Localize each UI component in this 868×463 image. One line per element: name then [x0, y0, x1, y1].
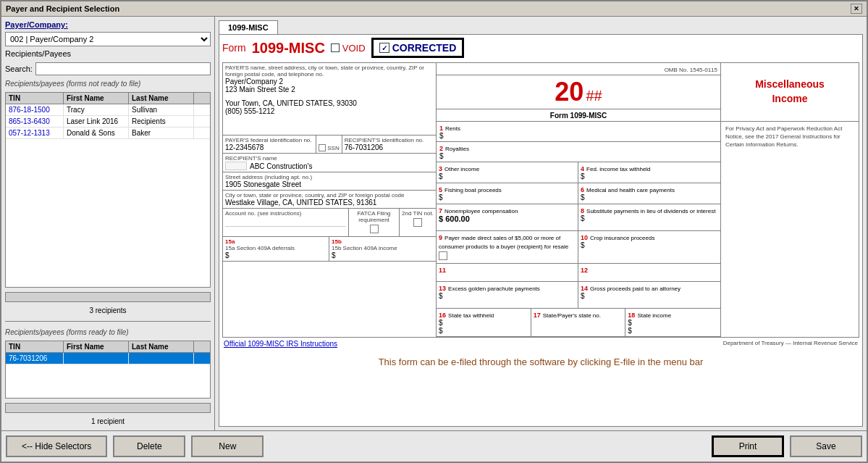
city-value: Westlake Village, CA, UNITED STATES, 913… [225, 199, 434, 207]
window-title: Payer and Recipient Selection [6, 4, 119, 13]
recipient-name-value: ABC Construction's [250, 162, 312, 170]
ready-hscroll[interactable] [5, 403, 211, 413]
void-label: VOID [342, 43, 366, 54]
box3-label: Other income [444, 166, 479, 172]
payer-city: Your Town, CA, UNITED STATES, 93030 [225, 99, 434, 107]
ssn-checkbox[interactable] [319, 144, 326, 151]
misc-income-text: MiscellaneousIncome [755, 78, 825, 106]
box5-label: Fishing boat proceeds [444, 187, 502, 193]
box13-label: Excess golden parachute payments [448, 285, 540, 292]
corrected-label: CORRECTED [392, 42, 457, 54]
lastname-cell: Recipients [129, 116, 194, 127]
s409b-num: 15b [332, 238, 434, 245]
tin-cell: 876-18-1500 [6, 104, 64, 115]
box9-checkbox[interactable] [439, 251, 447, 260]
payer-info-box: PAYER'S name, street address, city or to… [223, 63, 436, 135]
main-content: Payer/Company: 002 | Payer/Company 2 Rec… [1, 17, 867, 430]
tnd-cell: 2nd TIN not. [400, 209, 436, 236]
box3-4-row: 3 Other income $ 4 Fed. income tax withh… [437, 162, 720, 183]
box9-num: 9 [439, 234, 442, 241]
account-input[interactable] [225, 217, 346, 227]
hide-selectors-button[interactable]: <-- Hide Selectors [6, 435, 107, 457]
account-cell: Account no. (see instructions) [223, 209, 349, 236]
tax-id-row: PAYER'S federal identification no. 12-23… [223, 135, 436, 154]
fatca-label: FATCA Filing requirement [351, 210, 397, 223]
irs-link[interactable]: Official 1099-MISC IRS Instructions [224, 340, 337, 348]
box4-num: 4 [581, 165, 584, 172]
box18-num: 18 [628, 312, 635, 319]
s409b-dollar: $ [332, 251, 434, 259]
box9-10-row: 9 Payer made direct sales of $5,000 or m… [437, 231, 720, 264]
box6-dollar: $ [581, 193, 718, 201]
not-ready-hscroll[interactable] [5, 292, 211, 302]
firstname-cell: Tracy [64, 104, 129, 115]
table-row[interactable]: 876-18-1500 Tracy Sullivan [6, 104, 210, 116]
box10-num: 10 [581, 234, 588, 241]
box18-dollar2: $ [628, 327, 718, 335]
table-row[interactable]: 865-13-6430 Laser Link 2016 Recipients [6, 116, 210, 128]
search-input[interactable] [35, 62, 211, 75]
lastname-cell [129, 353, 194, 364]
firstname-cell: Donald & Sons [64, 128, 129, 138]
payer-address: 123 Main Street Ste 2 [225, 85, 434, 93]
box3-num: 3 [439, 165, 442, 172]
box18: 18 State income $ $ [625, 309, 720, 336]
form-number: 1099-MISC [252, 40, 325, 57]
box3: 3 Other income $ [437, 162, 578, 183]
tnd-checkbox[interactable] [413, 218, 422, 227]
tin-col-header: TIN [6, 93, 64, 104]
box5-6-row: 5 Fishing boat proceeds $ 6 Medical and … [437, 183, 720, 204]
title-bar-buttons: ✕ [851, 4, 862, 14]
box12: 12 [578, 264, 720, 281]
box10-label: Crop insurance proceeds [590, 235, 654, 241]
close-button[interactable]: ✕ [851, 4, 862, 14]
box7-label: Nonemployee compensation [444, 208, 518, 214]
bottom-bar: <-- Hide Selectors Delete New Print Save [1, 430, 867, 462]
box17: 17 State/Payer's state no. [531, 309, 626, 336]
corrected-checkbox[interactable] [379, 43, 389, 53]
not-ready-header: Recipients/payees (forms not ready to fi… [5, 80, 211, 88]
lastname-col-header: Last Name [129, 93, 194, 104]
form-header: Form 1099-MISC VOID CORRECTED [222, 38, 859, 58]
right-buttons: Print Save [712, 435, 862, 457]
payer-section-label: PAYER'S name, street address, city or to… [225, 64, 434, 78]
main-window: Payer and Recipient Selection ✕ Payer/Co… [0, 0, 868, 463]
save-button[interactable]: Save [790, 435, 862, 457]
box7-8-row: 7 Nonemployee compensation $ 600.00 8 Su… [437, 204, 720, 231]
box4: 4 Fed. income tax withheld $ [578, 162, 720, 183]
new-button[interactable]: New [191, 435, 264, 457]
ready-count: 1 recipient [5, 416, 211, 427]
fatca-checkbox[interactable] [370, 225, 379, 233]
s409a-num: 15a [225, 238, 326, 245]
table-row[interactable]: 057-12-1313 Donald & Sons Baker [6, 128, 210, 139]
year-hash: ## [586, 88, 602, 104]
box4-dollar: $ [581, 172, 718, 180]
section-409-row: 15a 15a Section 409A deferrals $ 15b 15b… [223, 237, 436, 262]
print-button[interactable]: Print [712, 435, 784, 457]
box8-label: Substitute payments in lieu of dividends… [586, 208, 715, 214]
void-area: VOID [331, 43, 366, 54]
box7-value: $ 600.00 [439, 214, 576, 223]
account-label: Account no. (see instructions) [225, 210, 346, 217]
box13-14-row: 13 Excess golden parachute payments $ 14… [437, 282, 720, 309]
box10: 10 Crop insurance proceeds $ [578, 231, 720, 263]
delete-button[interactable]: Delete [113, 435, 185, 457]
void-checkbox[interactable] [331, 43, 340, 52]
tnd-label: 2nd TIN not. [402, 210, 434, 217]
tin-cell: 865-13-6430 [6, 116, 64, 127]
box2-label: Royalties [445, 146, 469, 152]
box14: 14 Gross proceeds paid to an attorney $ [578, 282, 720, 308]
payer-federal-value: 12-2345678 [225, 143, 313, 151]
box7: 7 Nonemployee compensation $ 600.00 [437, 204, 578, 230]
left-buttons: <-- Hide Selectors Delete New [6, 435, 264, 457]
box4-label: Fed. income tax withheld [586, 166, 651, 172]
payer-dropdown[interactable]: 002 | Payer/Company 2 [5, 32, 211, 46]
box10-dollar: $ [581, 241, 718, 249]
table-row[interactable]: 76-7031206 [6, 353, 210, 364]
box3-dollar: $ [439, 172, 576, 180]
box16-num: 16 [439, 312, 446, 319]
year-box: 20 ## [437, 75, 720, 109]
firstname-cell [64, 353, 129, 364]
box13-dollar: $ [439, 292, 576, 300]
tab-1099misc[interactable]: 1099-MISC [219, 20, 278, 34]
